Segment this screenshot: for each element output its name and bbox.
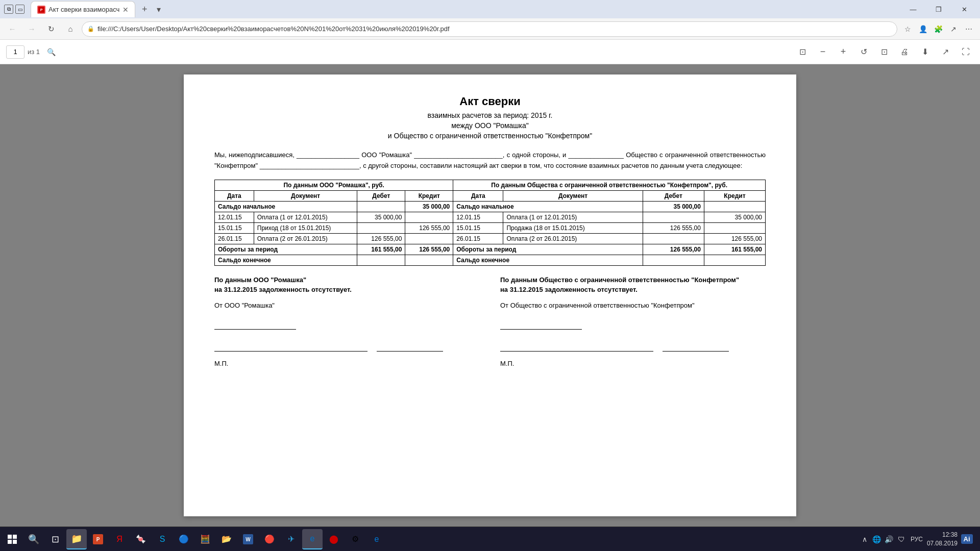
- word-button[interactable]: W: [238, 529, 258, 549]
- document-subtitle1: взаимных расчетов за период: 2015 г.: [214, 111, 766, 119]
- tray-antivirus-icon[interactable]: 🛡: [896, 534, 906, 544]
- save-button[interactable]: ⊡: [876, 44, 892, 60]
- new-tab-button[interactable]: +: [137, 2, 152, 16]
- calculator-button[interactable]: 🧮: [195, 529, 215, 549]
- back-button[interactable]: ←: [4, 21, 20, 37]
- search-taskbar-button[interactable]: 🔍: [23, 529, 44, 549]
- file-explorer-button[interactable]: 📁: [66, 529, 87, 549]
- right-sig-name-line: [500, 341, 653, 352]
- tab-title: Акт сверки взаиморасч: [48, 6, 119, 13]
- svg-rect-2: [8, 535, 12, 539]
- tab-bar: ⧉ ▭ P Акт сверки взаиморасч ✕ + ▾: [4, 1, 899, 17]
- tray-notification-button[interactable]: Ai: [960, 532, 974, 546]
- left-kredit-cell: [405, 255, 453, 265]
- candy-button[interactable]: 🍬: [131, 529, 151, 549]
- page-total: из 1: [28, 48, 40, 56]
- right-sig-org: По данным Общество с ограниченной ответс…: [500, 276, 766, 284]
- right-doc-cell: Продажа (18 от 15.01.2015): [503, 222, 643, 233]
- page-input[interactable]: [6, 45, 24, 59]
- window-icon-stack[interactable]: ⧉: [4, 5, 13, 14]
- document-preamble: Мы, нижеподписавшиеся, _________________…: [214, 150, 766, 171]
- powerpoint-button[interactable]: P: [88, 529, 108, 549]
- svg-rect-3: [13, 535, 17, 539]
- download-button[interactable]: ⬇: [917, 44, 933, 60]
- reload-button[interactable]: ↻: [43, 21, 59, 37]
- menu-button[interactable]: ⋯: [962, 22, 976, 36]
- tray-volume-icon[interactable]: 🔊: [884, 534, 894, 544]
- tray-arrow-icon[interactable]: ∧: [860, 534, 870, 544]
- left-col-date: Дата: [215, 190, 254, 201]
- bookmark-button[interactable]: ☆: [900, 22, 915, 36]
- red-circle-button[interactable]: ⬤: [324, 529, 344, 549]
- left-debet-cell: [357, 222, 405, 233]
- right-sig-mp: М.П.: [500, 360, 766, 367]
- tray-language[interactable]: РУС: [909, 535, 925, 544]
- svg-rect-5: [13, 540, 17, 544]
- address-bar[interactable]: 🔒 file:///C:/Users/User/Desktop/Акт%20св…: [82, 21, 897, 37]
- ie-button[interactable]: e: [302, 529, 323, 549]
- left-debet-cell: [357, 255, 405, 265]
- skype-button[interactable]: S: [152, 529, 173, 549]
- red-app-button[interactable]: 🔴: [259, 529, 280, 549]
- clock-date: 07.08.2019: [927, 539, 958, 548]
- zoom-in-button[interactable]: +: [835, 44, 851, 60]
- tray-ai-label: Ai: [961, 534, 973, 544]
- window-icon-single[interactable]: ▭: [15, 5, 24, 14]
- settings-button[interactable]: ⚙: [345, 529, 365, 549]
- right-debet-cell: 35 000,00: [643, 201, 704, 212]
- right-sig-signature-line: [500, 319, 582, 330]
- browser-tab-active[interactable]: P Акт сверки взаиморасч ✕: [31, 1, 135, 17]
- left-sig-decode-line: [377, 341, 443, 352]
- unknown-button[interactable]: 🔵: [174, 529, 194, 549]
- right-date-cell: 12.01.15: [453, 212, 503, 222]
- files-button[interactable]: 📂: [216, 529, 237, 549]
- left-sig-mp: М.П.: [214, 360, 480, 367]
- left-kredit-cell: [405, 233, 453, 244]
- pdf-content: Акт сверки взаимных расчетов за период: …: [0, 64, 980, 527]
- print-button[interactable]: 🖨: [896, 44, 913, 60]
- left-col-kredit: Кредит: [405, 190, 453, 201]
- share-pdf-button[interactable]: ↗: [937, 44, 953, 60]
- right-kredit-cell: [704, 255, 765, 265]
- left-debet-cell: [357, 201, 405, 212]
- tab-favicon: P: [37, 6, 45, 14]
- home-button[interactable]: ⌂: [62, 21, 79, 37]
- right-section-header: По данным Общества с ограниченной ответс…: [453, 180, 766, 190]
- zoom-out-button[interactable]: −: [815, 44, 831, 60]
- right-kredit-cell: [704, 201, 765, 212]
- tab-close-button[interactable]: ✕: [122, 6, 129, 14]
- restore-button[interactable]: ❒: [927, 1, 950, 17]
- right-debet-cell: 126 555,00: [643, 222, 704, 233]
- lock-icon: 🔒: [87, 26, 94, 32]
- minimize-button[interactable]: —: [901, 1, 925, 17]
- extensions-button[interactable]: 🧩: [931, 22, 945, 36]
- pdf-search-button[interactable]: 🔍: [44, 45, 58, 59]
- right-debet-cell: 126 555,00: [643, 244, 704, 255]
- fit-page-button[interactable]: ⊡: [794, 44, 811, 60]
- profile-button[interactable]: 👤: [916, 22, 930, 36]
- task-view-button[interactable]: ⊡: [45, 529, 65, 549]
- telegram-button[interactable]: ✈: [281, 529, 301, 549]
- left-doc-cell: Оплата (2 от 26.01.2015): [254, 233, 357, 244]
- yandex-browser-button[interactable]: Я: [109, 529, 130, 549]
- left-signature-col: По данным ООО "Ромашка" на 31.12.2015 за…: [214, 276, 480, 367]
- tab-dropdown-button[interactable]: ▾: [154, 4, 164, 14]
- right-col-document: Документ: [503, 190, 643, 201]
- right-col-kredit: Кредит: [704, 190, 765, 201]
- right-kredit-cell: 161 555,00: [704, 244, 765, 255]
- fullscreen-button[interactable]: ⛶: [958, 44, 974, 60]
- edge-button[interactable]: e: [366, 529, 387, 549]
- right-doc-cell: Оплата (2 от 26.01.2015): [503, 233, 643, 244]
- forward-button[interactable]: →: [23, 21, 40, 37]
- taskbar: 🔍 ⊡ 📁 P Я 🍬 S 🔵 🧮 📂 W 🔴 ✈ e ⬤ ⚙ e ∧ 🌐 🔊 …: [0, 527, 980, 551]
- tray-network-icon[interactable]: 🌐: [872, 534, 882, 544]
- start-button[interactable]: [2, 529, 22, 549]
- rotate-button[interactable]: ↺: [855, 44, 872, 60]
- pdf-page: Акт сверки взаимных расчетов за период: …: [184, 74, 796, 516]
- address-text: file:///C:/Users/User/Desktop/Акт%20свер…: [97, 25, 892, 33]
- right-label-cell: Сальдо конечное: [453, 255, 643, 265]
- share-button[interactable]: ↗: [946, 22, 961, 36]
- reconciliation-table: По данным ООО "Ромашка", руб. По данным …: [214, 180, 766, 266]
- tray-clock[interactable]: 12:38 07.08.2019: [927, 531, 958, 548]
- close-button[interactable]: ✕: [952, 1, 976, 17]
